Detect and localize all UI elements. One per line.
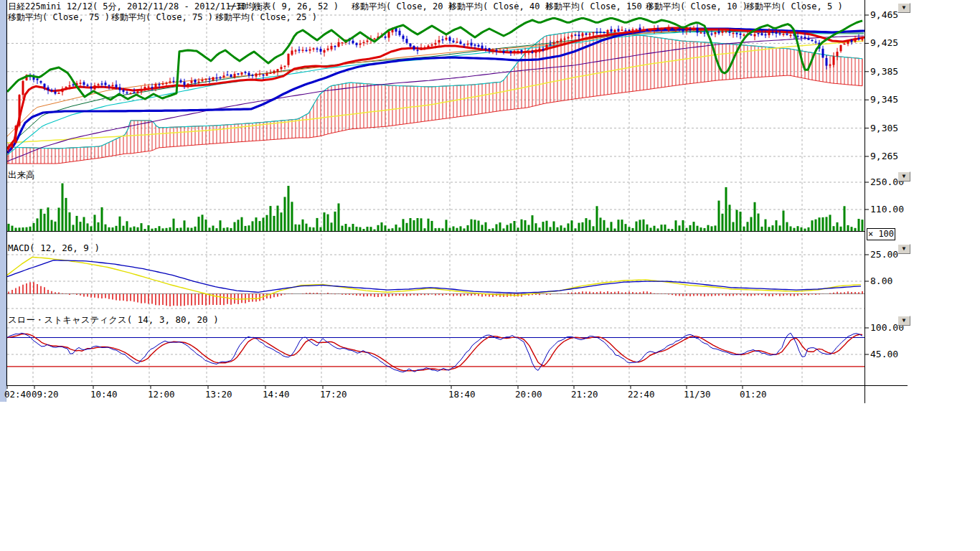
indicator-label: 移動平均( Close, 75 )	[8, 12, 110, 22]
chevron-down-icon: ▼	[903, 173, 906, 179]
chevron-down-icon: ▼	[903, 245, 906, 252]
chevron-down-icon: ▼	[903, 317, 906, 324]
price-tick-label: 9,425	[870, 37, 898, 48]
time-tick-label: 13:20	[205, 389, 232, 400]
time-tick-label: 10:40	[90, 389, 118, 400]
stochastics-panel	[7, 333, 864, 372]
stochastics-scale-dropdown-button[interactable]: ▼	[897, 316, 910, 326]
time-tick-label: 21:20	[571, 389, 598, 400]
price-tick-label: 9,465	[870, 9, 898, 20]
time-tick-label: 14:40	[263, 389, 290, 400]
macd-tick-label: 8.00	[870, 276, 892, 286]
price-scale-dropdown-button[interactable]: ▼	[897, 3, 910, 13]
time-tick-label: 17:20	[320, 389, 347, 400]
indicator-label: 移動平均( Close, 25 )	[215, 12, 317, 22]
trading-chart-window: 日経225mini 12/12( 5分, 2012/11/28 - 2012/1…	[0, 0, 980, 551]
stochastics-panel-label: スロー・ストキャスティクス( 14, 3, 80, 20 )	[8, 314, 219, 326]
volume-tick-label: 110.00	[870, 204, 904, 215]
time-tick-label: 11/30	[684, 389, 711, 400]
indicator-label: 移動平均( Close, 10 )	[646, 1, 748, 11]
price-tick-label: 9,305	[870, 123, 898, 133]
time-tick-label: 12:00	[148, 389, 175, 400]
indicator-label: 移動平均( Close, 5 )	[746, 1, 843, 11]
time-tick-label: 18:40	[448, 389, 476, 400]
macd-tick-label: 25.00	[870, 249, 898, 260]
indicator-label: 移動平均( Close, 150 )	[545, 1, 652, 11]
macd-panel-label: MACD( 12, 26, 9 )	[8, 242, 100, 253]
time-tick-label: 01:20	[740, 389, 767, 400]
volume-scale-dropdown-button[interactable]: ▼	[897, 171, 910, 182]
indicator-label: 移動平均( Close, 40 )	[448, 1, 550, 11]
price-tick-label: 9,265	[870, 151, 898, 161]
indicator-label: 一目均衡表( 9, 26, 52 )	[228, 1, 339, 11]
stochastics-tick-label: 45.00	[870, 349, 898, 359]
time-tick-label: 20:00	[515, 389, 542, 400]
macd-scale-dropdown-button[interactable]: ▼	[897, 244, 910, 254]
volume-bars	[8, 184, 864, 232]
chart-canvas	[0, 0, 980, 551]
time-tick-label: 22:40	[628, 389, 655, 400]
macd-panel	[7, 257, 864, 306]
indicator-header-row2: 移動平均( Close, 75 )移動平均( Close, 75 )移動平均( …	[0, 12, 980, 23]
time-tick-label: 09:20	[32, 389, 59, 400]
volume-panel-label: 出来高	[8, 169, 35, 182]
ichimoku-cloud	[7, 32, 862, 164]
volume-multiplier-badge: × 100	[867, 228, 895, 240]
price-tick-label: 9,385	[870, 66, 898, 77]
indicator-label: 移動平均( Close, 20 )	[352, 1, 453, 11]
price-tick-label: 9,345	[870, 94, 898, 105]
indicator-label: 移動平均( Close, 75 )	[111, 12, 213, 22]
indicator-label: 日経225mini 12/12( 5分, 2012/11/28 - 2012/1…	[8, 1, 257, 11]
indicator-header-row1: 日経225mini 12/12( 5分, 2012/11/28 - 2012/1…	[0, 1, 980, 12]
time-tick-label: 02:40	[4, 389, 32, 400]
chevron-down-icon: ▼	[903, 4, 906, 11]
